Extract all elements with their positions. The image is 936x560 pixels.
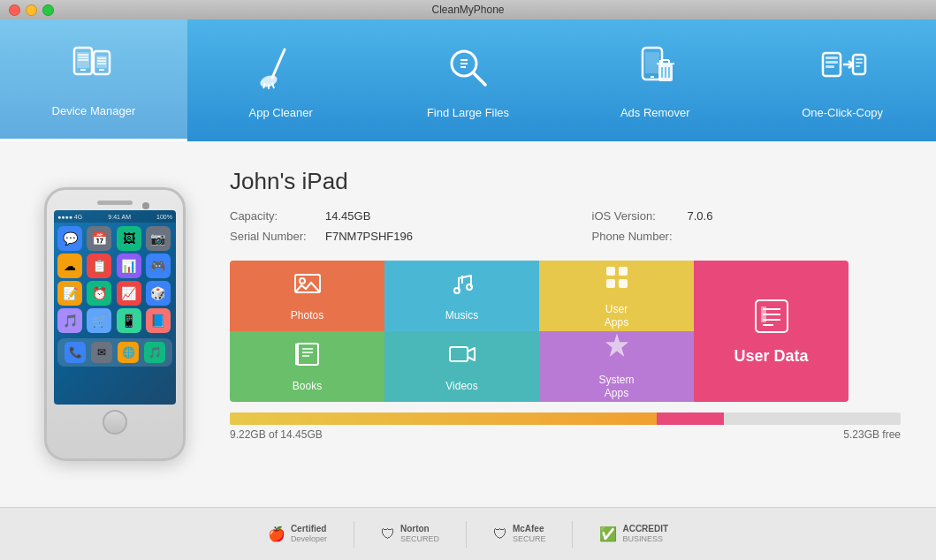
mcafee-sub: SECURE (513, 534, 546, 545)
svg-rect-33 (823, 53, 841, 76)
find-large-files-icon (443, 42, 492, 99)
serial-value: F7NM7PSHF196 (325, 230, 413, 243)
device-specs: Capacity: 14.45GB iOS Version: 7.0.6 Ser… (230, 209, 901, 243)
tile-books-label: Books (293, 380, 322, 392)
svg-rect-40 (856, 62, 863, 64)
svg-rect-48 (619, 267, 628, 276)
photos-icon (293, 269, 322, 304)
books-icon (293, 340, 322, 375)
svg-rect-56 (761, 306, 766, 312)
nav-ads-remover[interactable]: Ads Remover (561, 19, 749, 141)
title-bar: CleanMyPhone (0, 0, 936, 19)
user-data-icon (752, 297, 791, 342)
nav-device-manager-label: Device Manager (52, 104, 136, 117)
divider-3 (572, 521, 573, 548)
serial-row: Serial Number: F7NM7PSHF196 (230, 230, 539, 243)
svg-rect-36 (826, 65, 834, 68)
maximize-button[interactable] (42, 4, 54, 16)
ios-version-row: iOS Version: 7.0.6 (592, 209, 902, 223)
ads-remover-icon (630, 42, 680, 99)
device-info: John's iPad Capacity: 14.45GB iOS Versio… (230, 168, 901, 481)
tile-photos[interactable]: Photos (230, 261, 384, 331)
nav-ads-remover-label: Ads Remover (620, 106, 690, 119)
main-content: ●●●● 4G 9:41 AM 100% 💬 📅 🖼 📷 ☁ 📋 📊 🎮 📝 ⏰… (0, 141, 936, 507)
svg-point-43 (300, 278, 305, 284)
capacity-label: Capacity: (230, 209, 318, 223)
bbb-icon: ✅ (599, 526, 617, 542)
tile-user-apps-label: UserApps (605, 303, 628, 329)
tile-system-apps[interactable]: SystemApps (539, 331, 694, 402)
tile-musics-label: Musics (445, 309, 478, 322)
nav-one-click-copy-label: One-Click-Copy (802, 106, 883, 119)
storage-used-text: 9.22GB of 14.45GB (230, 428, 323, 441)
badge-certified: 🍎 Certified Developer (268, 523, 327, 545)
nav-one-click-copy[interactable]: One-Click-Copy (749, 19, 936, 141)
svg-line-12 (272, 49, 285, 78)
storage-bar-container: 9.22GB of 14.45GB 5.23GB free (230, 412, 901, 441)
close-button[interactable] (9, 4, 20, 16)
system-apps-icon (603, 334, 631, 368)
phone-screen: ●●●● 4G 9:41 AM 100% 💬 📅 🖼 📷 ☁ 📋 📊 🎮 📝 ⏰… (54, 210, 176, 405)
tile-user-apps[interactable]: UserApps (539, 261, 694, 331)
norton-sub: SECURED (400, 534, 439, 545)
badge-norton: 🛡 Norton SECURED (381, 523, 439, 545)
svg-rect-35 (826, 61, 838, 64)
tile-user-data[interactable]: User Data (694, 261, 848, 402)
device-manager-icon (69, 41, 118, 97)
one-click-copy-icon (818, 42, 867, 99)
svg-rect-58 (761, 317, 766, 322)
tile-videos-label: Videos (445, 380, 477, 392)
svg-rect-47 (606, 267, 615, 276)
norton-icon: 🛡 (381, 526, 395, 542)
tile-user-data-label: User Data (734, 347, 808, 367)
mcafee-icon: 🛡 (493, 526, 507, 542)
app-tiles-grid: Photos Musics (230, 261, 848, 402)
device-name: John's iPad (230, 168, 901, 195)
nav-find-large-files[interactable]: Find Large Files (375, 19, 562, 141)
musics-icon (448, 269, 476, 304)
svg-rect-41 (856, 65, 860, 67)
divider-1 (354, 521, 354, 548)
nav-device-manager[interactable]: Device Manager (0, 19, 187, 141)
svg-rect-51 (756, 300, 788, 332)
svg-rect-42 (295, 275, 320, 292)
nav-app-cleaner[interactable]: App Cleaner (187, 19, 375, 141)
capacity-value: 14.45GB (325, 209, 370, 223)
svg-rect-38 (853, 55, 865, 74)
svg-rect-50 (619, 279, 628, 288)
window-controls[interactable] (9, 4, 54, 16)
svg-rect-49 (606, 279, 615, 288)
phone-area: ●●●● 4G 9:41 AM 100% 💬 📅 🖼 📷 ☁ 📋 📊 🎮 📝 ⏰… (35, 168, 194, 481)
nav-find-large-files-label: Find Large Files (427, 106, 509, 119)
bbb-title: ACCREDIT (622, 523, 668, 534)
tile-videos[interactable]: Videos (384, 331, 539, 402)
phone-number-row: Phone Number: (592, 230, 902, 243)
app-title: CleanMyPhone (431, 4, 504, 16)
serial-label: Serial Number: (230, 230, 318, 243)
svg-point-44 (454, 288, 460, 293)
phone-label: Phone Number: (592, 230, 681, 243)
tile-system-apps-label: SystemApps (598, 374, 634, 399)
norton-title: Norton (400, 523, 439, 534)
mcafee-title: McAfee (513, 523, 546, 534)
phone-home-button (103, 410, 127, 435)
svg-rect-4 (96, 56, 107, 68)
storage-free-text: 5.23GB free (843, 428, 901, 441)
minimize-button[interactable] (26, 4, 37, 16)
phone-speaker (97, 201, 133, 205)
storage-app-bar (657, 412, 724, 425)
tile-books[interactable]: Books (230, 331, 384, 402)
storage-bar (230, 412, 901, 425)
tile-musics[interactable]: Musics (384, 261, 539, 331)
user-apps-icon (603, 263, 631, 298)
videos-icon (448, 340, 476, 375)
storage-info: 9.22GB of 14.45GB 5.23GB free (230, 428, 901, 441)
storage-used-bar (230, 412, 657, 425)
svg-rect-34 (826, 57, 838, 59)
svg-rect-59 (297, 344, 318, 365)
nav-bar: Device Manager App Cleaner (0, 19, 936, 141)
ios-label: iOS Version: (592, 209, 681, 223)
phone-illustration: ●●●● 4G 9:41 AM 100% 💬 📅 🖼 📷 ☁ 📋 📊 🎮 📝 ⏰… (44, 187, 186, 461)
badge-bbb: ✅ ACCREDIT BUSINESS (599, 523, 668, 545)
badge-mcafee: 🛡 McAfee SECURE (493, 523, 546, 545)
